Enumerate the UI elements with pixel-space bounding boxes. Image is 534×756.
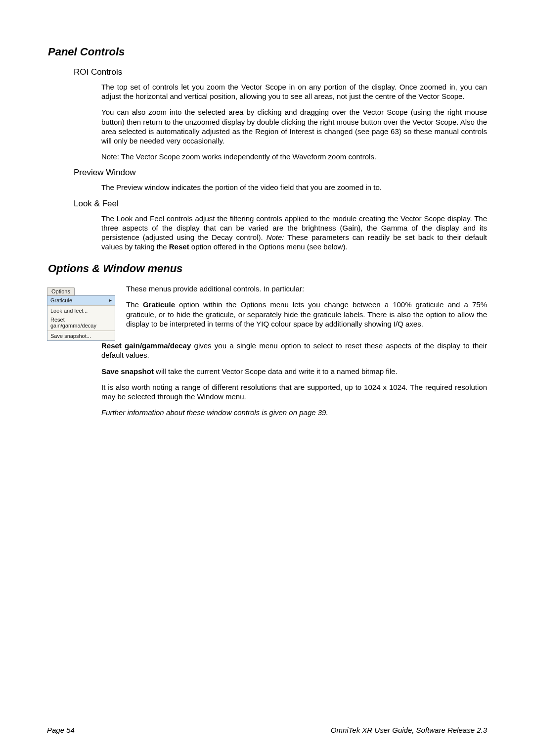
look-section: The Look and Feel controls adjust the fi… <box>101 214 487 252</box>
menu-item-reset-gain[interactable]: Reset gain/gamma/decay <box>47 315 115 330</box>
reset-bold: Reset gain/gamma/decay <box>101 341 191 350</box>
footer-document-title: OmniTek XR User Guide, Software Release … <box>331 726 487 734</box>
submenu-arrow-icon: ▸ <box>109 297 112 303</box>
grat-bold: Graticule <box>143 300 175 309</box>
menu-item-graticule-label: Graticule <box>50 297 72 303</box>
options-menu-screenshot: Options Graticule ▸ Look and feel... Res… <box>47 286 116 341</box>
look-reset-bold: Reset <box>169 242 189 251</box>
options-save-paragraph: Save snapshot will take the current Vect… <box>101 367 487 376</box>
grat-text-b: option within the Options menu lets you … <box>126 300 487 328</box>
save-text-b: will take the current Vector Scope data … <box>154 367 398 376</box>
roi-paragraph-3: Note: The Vector Scope zoom works indepe… <box>101 152 487 161</box>
menu-separator-2 <box>47 331 115 331</box>
page-footer: Page 54 OmniTek XR User Guide, Software … <box>47 726 487 734</box>
options-further-info: Further information about these window c… <box>101 408 487 417</box>
heading-panel-controls: Panel Controls <box>48 46 487 58</box>
heading-options-window-menus: Options & Window menus <box>48 262 487 275</box>
look-note-label: Note: <box>267 233 284 241</box>
options-text-column: These menus provide additional controls.… <box>126 284 487 329</box>
options-resolution-paragraph: It is also worth noting a range of diffe… <box>101 382 487 401</box>
heading-preview-window: Preview Window <box>74 168 487 178</box>
options-graticule-paragraph: The Graticule option within the Options … <box>126 300 487 329</box>
heading-roi-controls: ROI Controls <box>74 67 487 77</box>
page-content: Panel Controls ROI Controls The top set … <box>0 0 534 417</box>
preview-paragraph-1: The Preview window indicates the portion… <box>101 183 487 192</box>
look-paragraph-1: The Look and Feel controls adjust the fi… <box>101 214 487 252</box>
footer-page-number: Page 54 <box>47 726 75 734</box>
options-menu-tab[interactable]: Options <box>47 287 75 296</box>
options-intro: These menus provide additional controls.… <box>126 284 487 293</box>
menu-separator-1 <box>47 305 115 306</box>
menu-item-save-snapshot[interactable]: Save snapshot... <box>47 331 115 340</box>
menu-item-graticule[interactable]: Graticule ▸ <box>47 296 115 305</box>
options-menu-dropdown: Graticule ▸ Look and feel... Reset gain/… <box>47 295 115 341</box>
roi-paragraph-1: The top set of controls let you zoom the… <box>101 82 487 101</box>
grat-text-a: The <box>126 300 143 309</box>
save-bold: Save snapshot <box>101 367 154 376</box>
roi-section: The top set of controls let you zoom the… <box>101 82 487 161</box>
roi-paragraph-2: You can also zoom into the selected area… <box>101 107 487 145</box>
look-text-c: option offered in the Options menu (see … <box>189 242 348 251</box>
preview-section: The Preview window indicates the portion… <box>101 183 487 192</box>
options-layout-row: Options Graticule ▸ Look and feel... Res… <box>47 284 487 341</box>
options-reset-paragraph: Reset gain/gamma/decay gives you a singl… <box>101 341 487 360</box>
heading-look-and-feel: Look & Feel <box>74 199 487 209</box>
menu-item-look-and-feel[interactable]: Look and feel... <box>47 306 115 315</box>
options-continued: Reset gain/gamma/decay gives you a singl… <box>101 341 487 417</box>
